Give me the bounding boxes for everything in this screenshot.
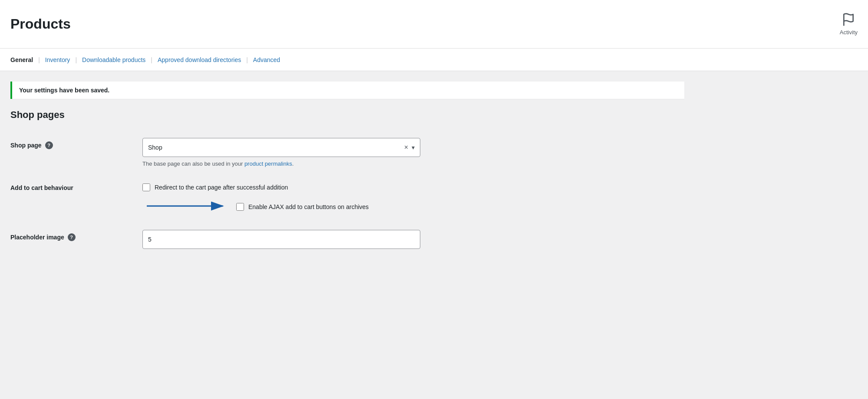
add-to-cart-row: Add to cart behaviour Redirect to the ca… bbox=[10, 174, 684, 223]
activity-area[interactable]: Activity bbox=[840, 13, 858, 36]
tab-inventory[interactable]: Inventory bbox=[40, 56, 76, 63]
tab-approved-directories[interactable]: Approved download directories bbox=[152, 56, 246, 63]
tab-downloadable[interactable]: Downloadable products bbox=[77, 56, 151, 63]
shop-page-row: Shop page ? Shop × ▾ The base page can a… bbox=[10, 131, 684, 174]
shop-page-chevron-icon[interactable]: ▾ bbox=[412, 144, 415, 151]
hint-suffix: . bbox=[292, 160, 294, 167]
section-heading: Shop pages bbox=[10, 109, 684, 121]
shop-page-help-icon[interactable]: ? bbox=[45, 141, 53, 149]
success-notice: Your settings have been saved. bbox=[10, 82, 684, 99]
placeholder-image-label: Placeholder image bbox=[10, 234, 64, 241]
page-header: Products Activity bbox=[0, 0, 868, 49]
hint-prefix: The base page can also be used in your bbox=[142, 160, 244, 167]
main-content: Your settings have been saved. Shop page… bbox=[0, 71, 695, 266]
product-permalinks-link[interactable]: product permalinks bbox=[244, 160, 292, 167]
placeholder-image-control bbox=[142, 230, 684, 249]
shop-page-select-value: Shop bbox=[148, 144, 404, 151]
shop-page-clear-icon[interactable]: × bbox=[404, 144, 408, 151]
placeholder-image-help-icon[interactable]: ? bbox=[68, 233, 76, 241]
tabs-navigation: General | Inventory | Downloadable produ… bbox=[0, 49, 868, 71]
notice-text: Your settings have been saved. bbox=[19, 87, 109, 94]
placeholder-image-input[interactable] bbox=[142, 230, 420, 249]
placeholder-image-label-col: Placeholder image ? bbox=[10, 230, 132, 241]
ajax-checkbox[interactable] bbox=[236, 203, 244, 211]
placeholder-image-row: Placeholder image ? bbox=[10, 223, 684, 256]
tab-advanced[interactable]: Advanced bbox=[248, 56, 285, 63]
shop-page-label: Shop page bbox=[10, 142, 42, 149]
ajax-checkbox-label: Enable AJAX add to cart buttons on archi… bbox=[248, 203, 369, 210]
ajax-checkbox-item: Enable AJAX add to cart buttons on archi… bbox=[236, 203, 369, 211]
add-to-cart-checkboxes: Redirect to the cart page after successf… bbox=[142, 181, 684, 216]
add-to-cart-label: Add to cart behaviour bbox=[10, 184, 73, 191]
redirect-checkbox-label: Redirect to the cart page after successf… bbox=[155, 184, 288, 191]
shop-page-label-col: Shop page ? bbox=[10, 138, 132, 149]
flag-icon bbox=[842, 13, 855, 26]
shop-page-control: Shop × ▾ The base page can also be used … bbox=[142, 138, 684, 167]
page-title: Products bbox=[10, 16, 71, 32]
redirect-checkbox-item: Redirect to the cart page after successf… bbox=[142, 183, 684, 191]
blue-arrow-annotation bbox=[142, 197, 229, 216]
shop-page-select[interactable]: Shop × ▾ bbox=[142, 138, 420, 157]
redirect-checkbox[interactable] bbox=[142, 183, 150, 191]
shop-page-hint: The base page can also be used in your p… bbox=[142, 160, 684, 167]
add-to-cart-control: Redirect to the cart page after successf… bbox=[142, 181, 684, 216]
arrow-svg bbox=[142, 197, 229, 215]
add-to-cart-label-col: Add to cart behaviour bbox=[10, 181, 132, 191]
activity-label: Activity bbox=[840, 29, 858, 36]
tab-general[interactable]: General bbox=[10, 56, 38, 63]
ajax-checkbox-row: Enable AJAX add to cart buttons on archi… bbox=[142, 197, 684, 216]
